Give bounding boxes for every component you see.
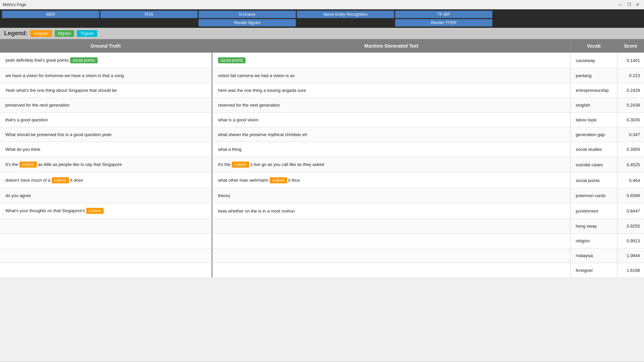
table-row: yeah definitely that's great points soci… bbox=[0, 53, 644, 68]
highlight-badge: social points bbox=[70, 57, 98, 63]
vocab-cell: entrepreneurship bbox=[570, 83, 617, 98]
vocab-cell: pokemon cards bbox=[570, 188, 617, 203]
col-header-ground-truth: Ground Truth bbox=[0, 39, 211, 53]
col-header-vocab: Vocab bbox=[570, 39, 617, 53]
vocab-cell: singlish bbox=[570, 98, 617, 113]
machine-cell bbox=[213, 234, 570, 248]
tab-ner[interactable]: Name Entity Recognition bbox=[297, 11, 394, 18]
table-row: foreigner1.6198 bbox=[0, 263, 644, 278]
machine-cell: what a thing bbox=[213, 142, 570, 157]
score-cell: 0.2429 bbox=[617, 83, 644, 98]
minimize-button[interactable]: — bbox=[616, 2, 624, 8]
machine-cell: twas whether on the is in a most mohun bbox=[213, 203, 570, 219]
ground-truth-cell: yeah definitely that's great points soci… bbox=[0, 53, 211, 68]
ground-truth-cell: preserved for the next generation bbox=[0, 98, 211, 113]
restore-button[interactable]: ❐ bbox=[625, 2, 633, 8]
score-cell: 0.347 bbox=[617, 127, 644, 142]
col-header-machine: Machine Generated Text bbox=[213, 39, 570, 53]
machine-cell: reserved for the next generation bbox=[213, 98, 570, 113]
score-cell: 0.3959 bbox=[617, 142, 644, 157]
machine-cell: it's the culture s live go as you call l… bbox=[213, 157, 570, 173]
vocab-cell: social points bbox=[570, 173, 617, 188]
score-cell: 1.6198 bbox=[617, 263, 644, 278]
highlight-badge: culture bbox=[232, 162, 249, 168]
vocab-cell: malaysia bbox=[570, 248, 617, 263]
score-cell: 0.6589 bbox=[617, 188, 644, 203]
legend-title: Legend: bbox=[4, 30, 28, 37]
ground-truth-cell: It's the culture as little as people lik… bbox=[0, 157, 211, 173]
score-cell: 0.1401 bbox=[617, 53, 644, 68]
tab-wer[interactable]: WER bbox=[2, 11, 99, 18]
score-cell: 0.2438 bbox=[617, 98, 644, 113]
table-container[interactable]: Ground Truth Machine Generated Text Voca… bbox=[0, 39, 644, 362]
highlight-badge: culture bbox=[52, 177, 69, 183]
machine-cell: here was the one thing a lossing angada … bbox=[213, 83, 570, 98]
highlight-badge: social points bbox=[218, 57, 246, 63]
highlight-badge: culture bbox=[270, 177, 287, 183]
main-table: Ground Truth Machine Generated Text Voca… bbox=[0, 39, 644, 278]
ground-truth-cell: doesn't have much of a culture it does bbox=[0, 173, 211, 188]
highlight-badge: culture bbox=[86, 208, 104, 214]
vocab-cell: pantang bbox=[570, 68, 617, 83]
machine-cell: what is a good vision bbox=[213, 113, 570, 127]
ground-truth-cell: that's a good question bbox=[0, 113, 211, 127]
table-row: doesn't have much of a culture it doeswh… bbox=[0, 173, 644, 188]
vocab-cell: heng sway bbox=[570, 219, 617, 234]
machine-cell bbox=[213, 263, 570, 278]
ground-truth-cell: What do you think bbox=[0, 142, 211, 157]
table-row: religion0.9913 bbox=[0, 234, 644, 248]
ground-truth-cell: we have a vision for tomorrow we have a … bbox=[0, 68, 211, 83]
score-cell: 1.0844 bbox=[617, 248, 644, 263]
legend-bigram-badge[interactable]: Bigram bbox=[55, 30, 74, 37]
close-button[interactable]: ✕ bbox=[634, 2, 641, 8]
table-row: heng sway0.9255 bbox=[0, 219, 644, 234]
machine-cell bbox=[213, 219, 570, 234]
table-row: do you agreetheorypokemon cards0.6589 bbox=[0, 188, 644, 203]
ground-truth-cell bbox=[0, 248, 211, 263]
machine-cell: what shewn the preserve mythical christi… bbox=[213, 127, 570, 142]
ground-truth-cell: do you agree bbox=[0, 188, 211, 203]
table-row: we have a vision for tomorrow we have a … bbox=[0, 68, 644, 83]
window-title: Metrics Page bbox=[3, 2, 616, 7]
ground-truth-cell bbox=[0, 263, 211, 278]
tab-render-tfidf[interactable]: Render TFIDF bbox=[395, 19, 492, 26]
machine-cell: social points bbox=[213, 53, 570, 68]
legend-trigram-badge[interactable]: Trigram bbox=[77, 30, 97, 37]
ground-truth-cell: Yeah what's the one thing about Singapor… bbox=[0, 83, 211, 98]
table-row: malaysia1.0844 bbox=[0, 248, 644, 263]
ground-truth-cell bbox=[0, 219, 211, 234]
table-row: What should be preserved this is a good … bbox=[0, 127, 644, 142]
tab-ngrams[interactable]: N-Grams bbox=[199, 11, 296, 18]
nav-bar: WER POS N-Grams Name Entity Recognition … bbox=[0, 9, 644, 28]
highlight-badge: culture bbox=[19, 162, 37, 168]
machine-cell: theory bbox=[213, 188, 570, 203]
score-cell: 0.223 bbox=[617, 68, 644, 83]
score-cell: 0.9913 bbox=[617, 234, 644, 248]
legend-unigram-badge[interactable]: Unigram bbox=[30, 30, 52, 37]
window-controls: — ❐ ✕ bbox=[616, 2, 641, 8]
vocab-cell: foreigner bbox=[570, 263, 617, 278]
tab-render-ngram[interactable]: Render Ngram bbox=[199, 19, 296, 26]
table-row: It's the culture as little as people lik… bbox=[0, 157, 644, 173]
vocab-cell: generation gap bbox=[570, 127, 617, 142]
score-cell: 0.8447 bbox=[617, 203, 644, 219]
machine-cell bbox=[213, 248, 570, 263]
title-bar: Metrics Page — ❐ ✕ bbox=[0, 0, 644, 9]
machine-cell: vision fall camorra we had a vision is a… bbox=[213, 68, 570, 83]
table-row: What's your thoughts on that Singapore's… bbox=[0, 203, 644, 219]
legend-bar: Legend: Unigram Bigram Trigram bbox=[0, 28, 644, 39]
table-row: Yeah what's the one thing about Singapor… bbox=[0, 83, 644, 98]
tab-pos[interactable]: POS bbox=[100, 11, 198, 18]
vocab-cell: causeway bbox=[570, 53, 617, 68]
vocab-cell: punishment bbox=[570, 203, 617, 219]
vocab-cell: religion bbox=[570, 234, 617, 248]
score-cell: 0.4525 bbox=[617, 157, 644, 173]
vocab-cell: suicidal cases bbox=[570, 157, 617, 173]
score-cell: 0.9255 bbox=[617, 219, 644, 234]
col-header-score: Score bbox=[617, 39, 644, 53]
ground-truth-cell bbox=[0, 234, 211, 248]
tab-tfidf[interactable]: TF-IDF bbox=[395, 11, 492, 18]
score-cell: 0.464 bbox=[617, 173, 644, 188]
table-row: that's a good questionwhat is a good vis… bbox=[0, 113, 644, 127]
table-row: preserved for the next generationreserve… bbox=[0, 98, 644, 113]
